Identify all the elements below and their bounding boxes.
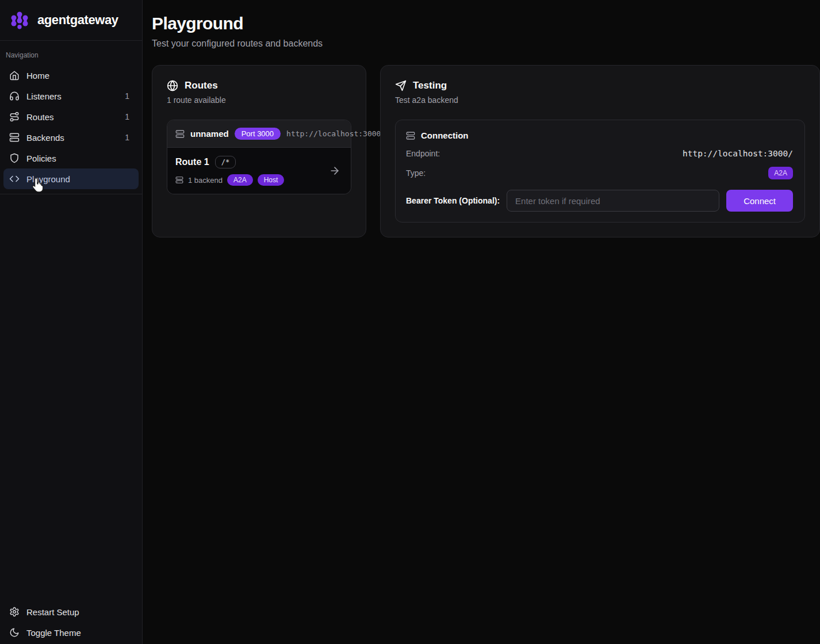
- connect-button[interactable]: Connect: [726, 190, 793, 212]
- server-icon: [406, 131, 415, 140]
- listener-header: unnamed Port 3000 http://localhost:3000/: [167, 120, 351, 148]
- toggle-theme-button[interactable]: Toggle Theme: [3, 622, 139, 643]
- agentgateway-logo-icon: [9, 10, 30, 30]
- logo-header: agentgateway: [0, 0, 142, 41]
- endpoint-value: http://localhost:3000/: [683, 149, 793, 158]
- connection-header: Connection: [406, 131, 793, 140]
- testing-card-header: Testing: [395, 80, 805, 91]
- routes-card: Routes 1 route available unnamed Port 30…: [152, 65, 366, 237]
- restart-setup-label: Restart Setup: [26, 607, 79, 617]
- sidebar-item-policies[interactable]: Policies: [3, 148, 139, 168]
- type-row: Type: A2A: [406, 167, 793, 179]
- sidebar-item-label: Backends: [26, 133, 64, 143]
- testing-card-title: Testing: [413, 80, 447, 91]
- server-icon: [175, 176, 183, 184]
- route-badge-host: Host: [258, 174, 285, 186]
- connection-panel: Connection Endpoint: http://localhost:30…: [395, 120, 805, 223]
- bearer-token-input[interactable]: [507, 190, 719, 212]
- type-label: Type:: [406, 168, 426, 178]
- sidebar-item-label: Home: [26, 71, 49, 80]
- type-badge: A2A: [768, 167, 793, 179]
- sidebar-footer: Restart Setup Toggle Theme: [0, 597, 142, 644]
- server-icon: [9, 132, 20, 143]
- shield-icon: [9, 153, 20, 163]
- home-icon: [9, 70, 20, 80]
- route-name: Route 1: [175, 157, 209, 167]
- route-badge-a2a: A2A: [227, 174, 253, 186]
- sidebar-item-count: 1: [125, 133, 133, 142]
- sidebar-item-label: Policies: [26, 154, 56, 163]
- send-icon: [395, 80, 407, 91]
- route-backend-count: 1 backend: [188, 176, 223, 185]
- listener-name: unnamed: [190, 129, 229, 139]
- sidebar-item-routes[interactable]: Routes 1: [3, 106, 139, 127]
- sidebar-item-label: Playground: [26, 174, 70, 184]
- page-title: Playground: [152, 14, 820, 33]
- route-icon: [9, 112, 20, 122]
- route-path-badge: /*: [215, 156, 236, 168]
- sidebar: agentgateway Navigation Home Listeners 1…: [0, 0, 143, 644]
- sidebar-item-playground[interactable]: Playground: [3, 168, 139, 189]
- testing-card-subtitle: Test a2a backend: [395, 95, 805, 105]
- routes-card-header: Routes: [167, 80, 351, 91]
- nav-section: Navigation Home Listeners 1 Routes 1: [0, 41, 142, 199]
- main-content: Playground Test your configured routes a…: [143, 0, 820, 644]
- globe-icon: [167, 80, 178, 91]
- moon-icon: [9, 627, 20, 638]
- sidebar-item-label: Listeners: [26, 91, 62, 101]
- nav-divider: [0, 194, 142, 194]
- page-subtitle: Test your configured routes and backends: [152, 39, 820, 49]
- sidebar-item-backends[interactable]: Backends 1: [3, 127, 139, 148]
- bearer-token-row: Bearer Token (Optional): Connect: [406, 190, 793, 212]
- bearer-token-label: Bearer Token (Optional):: [406, 196, 500, 205]
- server-icon: [175, 129, 185, 139]
- sidebar-spacer: [0, 199, 142, 597]
- toggle-theme-label: Toggle Theme: [26, 628, 81, 638]
- sidebar-item-listeners[interactable]: Listeners 1: [3, 86, 139, 106]
- sidebar-item-count: 1: [125, 112, 133, 121]
- route-info: Route 1 /* 1 backend A2A Host: [175, 156, 329, 186]
- sidebar-item-label: Routes: [26, 112, 54, 122]
- brand-name: agentgateway: [37, 13, 118, 28]
- cards-row: Routes 1 route available unnamed Port 30…: [152, 65, 820, 237]
- headphones-icon: [9, 91, 20, 101]
- routes-card-subtitle: 1 route available: [167, 95, 351, 105]
- endpoint-label: Endpoint:: [406, 149, 440, 158]
- port-badge: Port 3000: [235, 128, 281, 140]
- endpoint-row: Endpoint: http://localhost:3000/: [406, 149, 793, 158]
- testing-card: Testing Test a2a backend Connection Endp…: [380, 65, 820, 237]
- restart-setup-button[interactable]: Restart Setup: [3, 601, 139, 622]
- sidebar-item-count: 1: [125, 91, 133, 101]
- connection-title: Connection: [421, 131, 469, 140]
- nav-section-label: Navigation: [3, 47, 139, 65]
- routes-card-title: Routes: [185, 80, 218, 91]
- route-row[interactable]: Route 1 /* 1 backend A2A Host: [167, 148, 351, 194]
- arrow-right-icon: [329, 165, 343, 177]
- code-icon: [9, 174, 20, 184]
- gear-icon: [9, 607, 20, 617]
- listener-url: http://localhost:3000/: [286, 129, 385, 138]
- listener-group: unnamed Port 3000 http://localhost:3000/…: [167, 120, 351, 194]
- sidebar-item-home[interactable]: Home: [3, 65, 139, 86]
